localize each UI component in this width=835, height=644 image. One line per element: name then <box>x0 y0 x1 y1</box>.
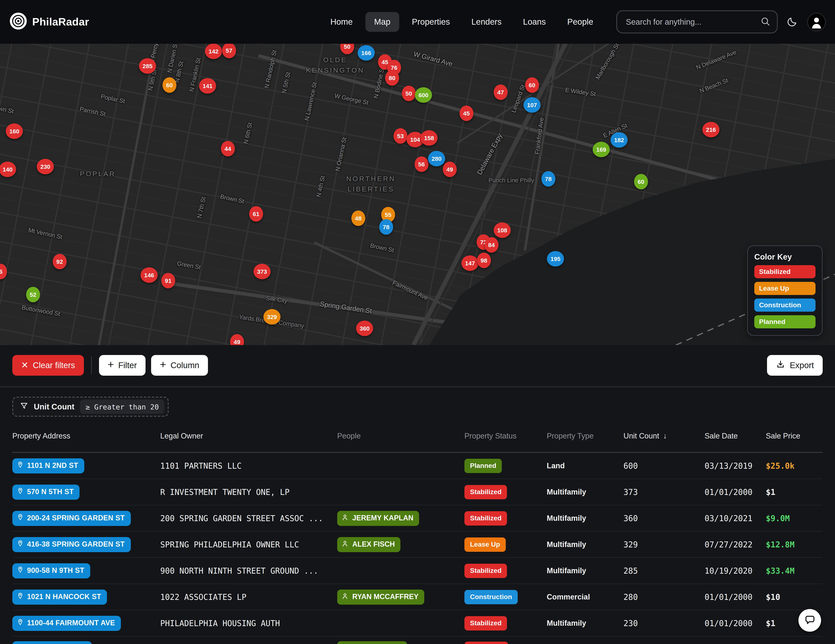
filter-condition[interactable]: ≥ Greater than 20 <box>80 399 164 414</box>
map-marker[interactable]: 56 <box>414 156 428 172</box>
map-marker[interactable]: 280 <box>428 151 445 166</box>
clear-filters-button[interactable]: ✕ Clear filters <box>12 355 84 376</box>
map-marker[interactable]: 48 <box>351 211 365 226</box>
table-row[interactable]: 570 N 5TH STR INVESTMENT TWENTY ONE, LPS… <box>12 479 823 505</box>
map-marker[interactable]: 47 <box>494 84 507 100</box>
map-marker[interactable]: 57 <box>222 44 236 58</box>
map-marker[interactable]: 166 <box>357 45 375 61</box>
unit-count-filter-chip[interactable]: Unit Count ≥ Greater than 20 <box>12 397 169 417</box>
column-header-legal-owner[interactable]: Legal Owner <box>160 432 337 440</box>
person-chip[interactable]: ALEX FISCH <box>337 537 400 552</box>
table-row[interactable]: 1100-44 FAIRMOUNT AVEPHILADELPHIA HOUSIN… <box>12 610 823 636</box>
address-text: 1100-44 FAIRMOUNT AVE <box>27 619 115 627</box>
map-marker[interactable]: 80 <box>385 70 399 86</box>
map-marker[interactable]: 78 <box>541 171 555 187</box>
cell-type: Multifamily <box>547 619 624 628</box>
dark-mode-toggle-icon[interactable] <box>786 16 798 28</box>
map-marker[interactable]: 92 <box>53 254 67 269</box>
map-marker[interactable]: 373 <box>253 264 271 279</box>
cell-sale-date: 07/27/2022 <box>705 540 766 549</box>
address-pill[interactable]: 1101 N 2ND ST <box>12 458 84 473</box>
person-chip[interactable]: JEREMY KAPLAN <box>337 511 419 526</box>
column-header-property-type[interactable]: Property Type <box>547 432 624 440</box>
map-marker[interactable]: 84 <box>484 237 498 253</box>
cell-type: Multifamily <box>547 566 624 575</box>
person-name: RYAN MCCAFFREY <box>352 593 419 601</box>
map-marker[interactable]: 160 <box>6 123 23 139</box>
address-pill[interactable]: 900-58 N 9TH ST <box>12 563 90 578</box>
map-marker[interactable]: 78 <box>379 219 393 235</box>
map-marker[interactable]: 91 <box>161 273 175 289</box>
cell-status: Stabilized <box>465 485 547 499</box>
nav-item-home[interactable]: Home <box>322 12 361 32</box>
map-marker[interactable]: 158 <box>421 130 438 146</box>
column-header-unit-count[interactable]: Unit Count↓ <box>624 432 705 440</box>
map-marker[interactable]: 52 <box>26 287 40 302</box>
person-chip[interactable]: RYAN MCCAFFREY <box>337 589 424 605</box>
nav-item-people[interactable]: People <box>559 12 602 32</box>
address-pill[interactable] <box>12 641 92 644</box>
map-marker[interactable]: 285 <box>139 58 156 74</box>
cell-units: 280 <box>624 592 705 602</box>
search-input[interactable] <box>616 10 778 33</box>
cell-units: 600 <box>624 461 705 470</box>
address-pill[interactable]: 200-24 SPRING GARDEN ST <box>12 511 131 526</box>
table-row[interactable]: 200-24 SPRING GARDEN ST200 SPRING GARDEN… <box>12 505 823 532</box>
map-marker[interactable]: 142 <box>205 44 222 59</box>
nav-item-loans[interactable]: Loans <box>514 12 554 32</box>
map-canvas[interactable]: W Girard AvePoplar StParrish Stwn StW Ge… <box>0 44 835 345</box>
table-row[interactable]: 900-58 N 9TH ST900 NORTH NINTH STREET GR… <box>12 558 823 584</box>
map-marker[interactable]: 49 <box>443 162 456 177</box>
table-row[interactable]: 1021 N HANCOCK ST1022 ASSOCIATES LPRYAN … <box>12 584 823 610</box>
map-marker[interactable]: 98 <box>477 253 491 268</box>
column-header-sale-date[interactable]: Sale Date <box>705 432 766 440</box>
person-chip[interactable] <box>337 641 407 644</box>
map-marker[interactable]: 107 <box>523 97 541 113</box>
brand-logo[interactable]: PhilaRadar <box>9 12 89 32</box>
nav-item-properties[interactable]: Properties <box>403 12 459 32</box>
map-marker[interactable]: 195 <box>547 251 564 266</box>
table-row[interactable] <box>12 636 823 644</box>
section-divider <box>0 386 835 387</box>
map-marker[interactable]: 53 <box>393 128 407 144</box>
map-marker[interactable]: 44 <box>221 141 235 156</box>
map-marker[interactable]: 60 <box>162 77 176 93</box>
map-marker[interactable]: 230 <box>37 159 54 174</box>
map-marker[interactable]: 60 <box>634 174 648 190</box>
map-marker[interactable]: 360 <box>356 321 373 336</box>
map-marker[interactable]: 50 <box>402 86 416 101</box>
map-marker[interactable]: 146 <box>141 267 158 283</box>
column-header-people[interactable]: People <box>337 432 465 440</box>
status-badge: Planned <box>465 459 502 473</box>
column-header-property-status[interactable]: Property Status <box>465 432 547 440</box>
cell-type: Multifamily <box>547 514 624 522</box>
column-header-property-address[interactable]: Property Address <box>12 432 160 440</box>
map-marker[interactable]: 108 <box>494 222 511 238</box>
map-marker[interactable]: 216 <box>702 122 720 137</box>
add-column-button[interactable]: + Column <box>151 355 208 376</box>
address-pill[interactable]: 416-38 SPRING GARDEN ST <box>12 537 131 552</box>
properties-table: Property AddressLegal OwnerPeoplePropert… <box>12 429 823 644</box>
export-button[interactable]: Export <box>767 355 823 376</box>
address-pill[interactable]: 570 N 5TH ST <box>12 484 80 500</box>
add-filter-button[interactable]: + Filter <box>99 355 146 376</box>
chat-button[interactable] <box>798 609 821 632</box>
search-icon[interactable] <box>760 16 771 28</box>
map-marker[interactable]: 600 <box>415 87 432 103</box>
address-pill[interactable]: 1100-44 FAIRMOUNT AVE <box>12 616 121 631</box>
map-marker[interactable]: 141 <box>199 78 216 94</box>
address-pill[interactable]: 1021 N HANCOCK ST <box>12 589 107 605</box>
column-header-sale-price[interactable]: Sale Price <box>766 432 823 440</box>
nav-item-map[interactable]: Map <box>366 12 399 32</box>
map-marker[interactable]: 329 <box>263 309 281 324</box>
map-marker[interactable]: 60 <box>525 77 539 93</box>
map-marker[interactable]: 182 <box>611 132 628 148</box>
nav-item-lenders[interactable]: Lenders <box>463 12 510 32</box>
map-marker[interactable]: 147 <box>461 255 479 271</box>
map-marker[interactable]: 169 <box>593 142 610 157</box>
user-avatar[interactable] <box>807 13 826 31</box>
table-row[interactable]: 1101 N 2ND ST1101 PARTNERS LLCPlannedLan… <box>12 453 823 479</box>
table-row[interactable]: 416-38 SPRING GARDEN STSPRING PHILADELPH… <box>12 532 823 558</box>
map-marker[interactable]: 61 <box>249 206 263 222</box>
map-marker[interactable]: 45 <box>460 105 473 121</box>
